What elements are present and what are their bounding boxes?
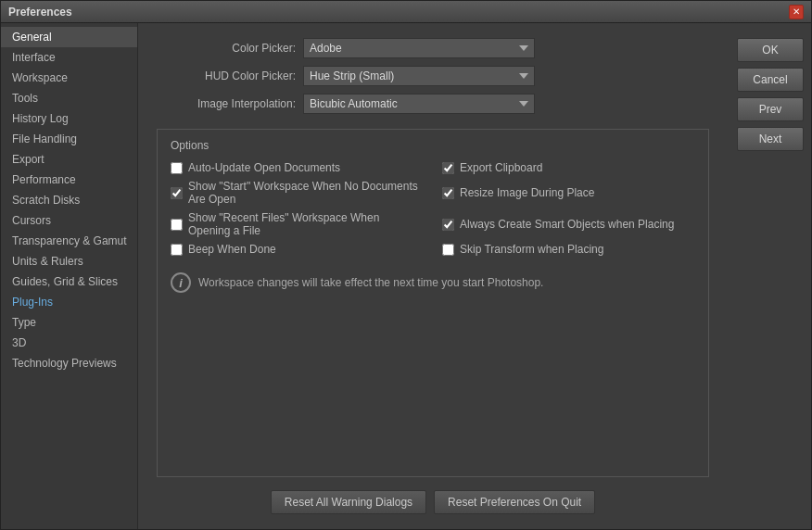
hud-color-picker-select[interactable]: Hue Strip (Small) Hue Strip (Medium) Hue… (303, 66, 535, 86)
title-bar: Preferences ✕ (1, 1, 811, 23)
checkbox-beep-label: Beep When Done (188, 243, 276, 256)
sidebar-item-plug-ins[interactable]: Plug-Ins (1, 292, 137, 312)
preferences-dialog: Preferences ✕ General Interface Workspac… (0, 0, 812, 530)
sidebar-item-performance[interactable]: Performance (1, 170, 137, 190)
options-grid: Auto-Update Open Documents Export Clipbo… (171, 161, 695, 256)
sidebar-item-3d[interactable]: 3D (1, 333, 137, 353)
reset-warnings-button[interactable]: Reset All Warning Dialogs (271, 490, 426, 514)
color-picker-row: Color Picker: Adobe Windows (157, 38, 709, 58)
dialog-title: Preferences (8, 6, 72, 19)
checkbox-auto-update: Auto-Update Open Documents (171, 161, 424, 174)
checkbox-smart-objects-input[interactable] (442, 219, 454, 231)
checkbox-resize-image-label: Resize Image During Place (460, 186, 594, 199)
next-button[interactable]: Next (737, 127, 804, 151)
sidebar-item-guides-grid-slices[interactable]: Guides, Grid & Slices (1, 271, 137, 292)
checkbox-start-workspace-label: Show "Start" Workspace When No Documents… (188, 180, 424, 206)
ok-button[interactable]: OK (737, 38, 804, 62)
sidebar-item-interface[interactable]: Interface (1, 47, 137, 68)
sidebar-item-transparency-gamut[interactable]: Transparency & Gamut (1, 231, 137, 251)
hud-color-picker-row: HUD Color Picker: Hue Strip (Small) Hue … (157, 66, 709, 86)
checkbox-resize-image: Resize Image During Place (442, 180, 695, 206)
checkbox-auto-update-input[interactable] (171, 162, 183, 174)
checkbox-start-workspace: Show "Start" Workspace When No Documents… (171, 180, 424, 206)
sidebar-item-export[interactable]: Export (1, 149, 137, 170)
prev-button[interactable]: Prev (737, 97, 804, 121)
sidebar-item-scratch-disks[interactable]: Scratch Disks (1, 190, 137, 210)
checkbox-export-clipboard-input[interactable] (442, 162, 454, 174)
close-button[interactable]: ✕ (789, 5, 804, 19)
checkbox-auto-update-label: Auto-Update Open Documents (188, 161, 340, 174)
image-interpolation-label: Image Interpolation: (157, 97, 296, 110)
cancel-button[interactable]: Cancel (737, 68, 804, 92)
checkbox-smart-objects-label: Always Create Smart Objects when Placing (460, 218, 674, 231)
image-interpolation-select[interactable]: Bicubic Automatic Nearest Neighbor Bilin… (303, 94, 535, 114)
checkbox-export-clipboard-label: Export Clipboard (460, 161, 542, 174)
sidebar-item-type[interactable]: Type (1, 312, 137, 333)
sidebar-item-general[interactable]: General (1, 27, 137, 47)
checkbox-recent-files-input[interactable] (171, 219, 183, 231)
sidebar: General Interface Workspace Tools Histor… (1, 23, 138, 529)
info-text: Workspace changes will take effect the n… (198, 276, 543, 289)
right-buttons: OK Cancel Prev Next (728, 23, 811, 529)
checkbox-skip-transform-input[interactable] (442, 244, 454, 256)
checkbox-start-workspace-input[interactable] (171, 187, 183, 199)
sidebar-item-cursors[interactable]: Cursors (1, 210, 137, 231)
hud-color-picker-label: HUD Color Picker: (157, 69, 296, 82)
sidebar-item-technology-previews[interactable]: Technology Previews (1, 353, 137, 373)
info-row: i Workspace changes will take effect the… (171, 267, 695, 298)
main-content: Color Picker: Adobe Windows HUD Color Pi… (138, 23, 728, 529)
reset-prefs-button[interactable]: Reset Preferences On Quit (434, 490, 595, 514)
checkbox-beep: Beep When Done (171, 243, 424, 256)
color-picker-select[interactable]: Adobe Windows (303, 38, 535, 58)
image-interpolation-row: Image Interpolation: Bicubic Automatic N… (157, 94, 709, 114)
checkbox-skip-transform: Skip Transform when Placing (442, 243, 695, 256)
color-picker-label: Color Picker: (157, 42, 296, 55)
dialog-body: General Interface Workspace Tools Histor… (1, 23, 811, 529)
options-title: Options (171, 139, 695, 152)
checkbox-recent-files: Show "Recent Files" Workspace When Openi… (171, 211, 424, 237)
sidebar-item-file-handling[interactable]: File Handling (1, 129, 137, 149)
checkbox-recent-files-label: Show "Recent Files" Workspace When Openi… (188, 211, 424, 237)
checkbox-skip-transform-label: Skip Transform when Placing (460, 243, 603, 256)
checkbox-export-clipboard: Export Clipboard (442, 161, 695, 174)
sidebar-item-units-rulers[interactable]: Units & Rulers (1, 251, 137, 271)
checkbox-resize-image-input[interactable] (442, 187, 454, 199)
sidebar-item-tools[interactable]: Tools (1, 88, 137, 108)
bottom-buttons: Reset All Warning Dialogs Reset Preferen… (157, 490, 709, 514)
options-group: Options Auto-Update Open Documents Expor… (157, 129, 709, 477)
sidebar-item-workspace[interactable]: Workspace (1, 68, 137, 88)
checkbox-beep-input[interactable] (171, 244, 183, 256)
sidebar-item-history-log[interactable]: History Log (1, 108, 137, 129)
checkbox-smart-objects: Always Create Smart Objects when Placing (442, 211, 695, 237)
info-icon: i (171, 272, 191, 293)
